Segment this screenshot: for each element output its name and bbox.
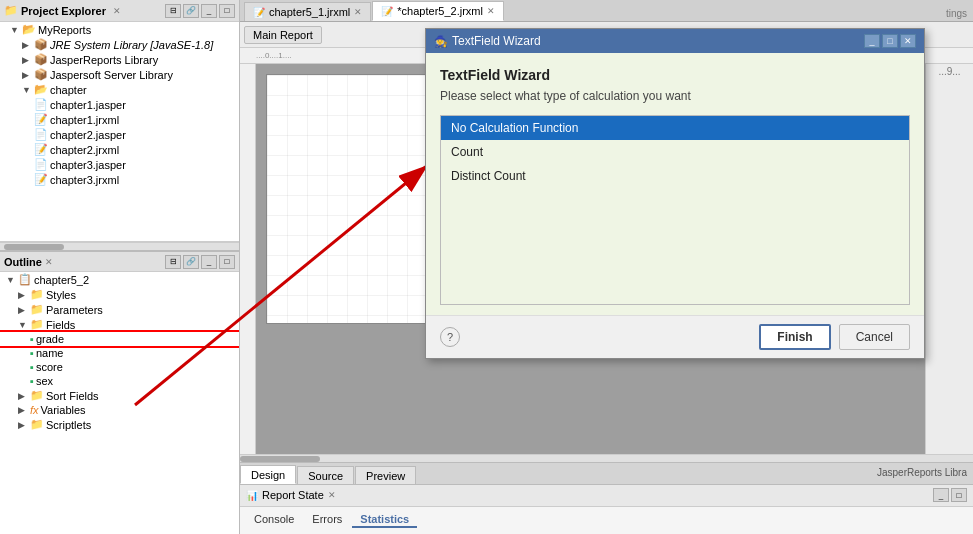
outline-header: Outline ✕ ⊟ 🔗 _ □ bbox=[0, 250, 239, 272]
console-tab-btn[interactable]: Console bbox=[246, 512, 302, 528]
bottom-bar-minimize-button[interactable]: _ bbox=[933, 488, 949, 502]
outline-tree: ▼ 📋 chapter5_2 ▶ 📁 Styles ▶ 📁 Parameters bbox=[0, 272, 239, 534]
tab-label: *chapter5_2.jrxml bbox=[397, 5, 483, 17]
tab-source[interactable]: Source bbox=[297, 466, 354, 484]
tab-design[interactable]: Design bbox=[240, 465, 296, 484]
outline-item-label: sex bbox=[36, 375, 53, 387]
tree-item-chapter2jrxml[interactable]: 📝 chapter2.jrxml bbox=[0, 142, 239, 157]
report-icon: 📋 bbox=[18, 273, 32, 286]
tree-item-label: chapter3.jasper bbox=[50, 159, 126, 171]
outline-item-label: Scriptlets bbox=[46, 419, 91, 431]
folder-icon: 📁 bbox=[30, 303, 44, 316]
tree-item-jre[interactable]: ▶ 📦 JRE System Library [JavaSE-1.8] bbox=[0, 37, 239, 52]
expand-icon: ▶ bbox=[18, 405, 30, 415]
lib-icon: 📦 bbox=[34, 53, 48, 66]
outline-item-score[interactable]: ▪ score bbox=[0, 360, 239, 374]
outline-item-label: grade bbox=[36, 333, 64, 345]
folder-icon: 📂 bbox=[34, 83, 48, 96]
collapse-all-button[interactable]: ⊟ bbox=[165, 4, 181, 18]
tree-item-chapter1jrxml[interactable]: 📝 chapter1.jrxml bbox=[0, 112, 239, 127]
ruler-marks: ....0....1.... bbox=[256, 51, 292, 60]
tree-item-chapter2j[interactable]: 📄 chapter2.jasper bbox=[0, 127, 239, 142]
outline-item-sex[interactable]: ▪ sex bbox=[0, 374, 239, 388]
tree-item-myreports[interactable]: ▼ 📂 MyReports bbox=[0, 22, 239, 37]
expand-icon: ▼ bbox=[10, 25, 22, 35]
expand-icon: ▶ bbox=[18, 290, 30, 300]
list-item-distinct-count[interactable]: Distinct Count bbox=[441, 164, 909, 188]
tab-close-icon[interactable]: ✕ bbox=[487, 6, 495, 16]
wizard-icon: 🧙 bbox=[434, 35, 448, 48]
outline-link-button[interactable]: 🔗 bbox=[183, 255, 199, 269]
modal-list[interactable]: No Calculation Function Count Distinct C… bbox=[440, 115, 910, 305]
tree-item-chapter3j[interactable]: 📄 chapter3.jasper bbox=[0, 157, 239, 172]
bottom-bar-maximize-button[interactable]: □ bbox=[951, 488, 967, 502]
statistics-tab-btn[interactable]: Statistics bbox=[352, 512, 417, 528]
link-button[interactable]: 🔗 bbox=[183, 4, 199, 18]
tree-item-label: JRE System Library [JavaSE-1.8] bbox=[50, 39, 213, 51]
folder-icon: 📁 bbox=[30, 418, 44, 431]
outline-item-styles[interactable]: ▶ 📁 Styles bbox=[0, 287, 239, 302]
tree-item-chapter[interactable]: ▼ 📂 chapter bbox=[0, 82, 239, 97]
outline-item-scriptlets[interactable]: ▶ 📁 Scriptlets bbox=[0, 417, 239, 432]
lib-icon: 📦 bbox=[34, 68, 48, 81]
expand-icon: ▼ bbox=[18, 320, 30, 330]
tab-chapter5-2[interactable]: 📝 *chapter5_2.jrxml ✕ bbox=[372, 1, 504, 21]
outline-minimize-button[interactable]: _ bbox=[201, 255, 217, 269]
modal-title: TextField Wizard bbox=[452, 34, 541, 48]
list-item-count[interactable]: Count bbox=[441, 140, 909, 164]
folder-icon: 📂 bbox=[22, 23, 36, 36]
modal-footer-right: Finish Cancel bbox=[759, 324, 910, 350]
modal-close-btn[interactable]: ✕ bbox=[900, 34, 916, 48]
outline-collapse-button[interactable]: ⊟ bbox=[165, 255, 181, 269]
tab-chapter5-1[interactable]: 📝 chapter5_1.jrxml ✕ bbox=[244, 2, 371, 21]
app-root: 📁 Project Explorer ✕ ⊟ 🔗 _ □ ▼ 📂 MyRepor… bbox=[0, 0, 973, 534]
horizontal-scrollbar[interactable] bbox=[240, 454, 973, 462]
tree-scrollbar[interactable] bbox=[0, 242, 239, 250]
outline-item-parameters[interactable]: ▶ 📁 Parameters bbox=[0, 302, 239, 317]
tree-item-label: chapter1.jasper bbox=[50, 99, 126, 111]
outline-maximize-button[interactable]: □ bbox=[219, 255, 235, 269]
minimize-panel-button[interactable]: _ bbox=[201, 4, 217, 18]
help-button[interactable]: ? bbox=[440, 327, 460, 347]
outline-item-fields[interactable]: ▼ 📁 Fields bbox=[0, 317, 239, 332]
lib-icon: 📦 bbox=[34, 38, 48, 51]
main-report-button[interactable]: Main Report bbox=[244, 26, 322, 44]
outline-item-label: chapter5_2 bbox=[34, 274, 89, 286]
expand-icon: ▶ bbox=[22, 55, 34, 65]
report-icon: 📄 bbox=[34, 98, 48, 111]
tree-item-label: JasperReports Library bbox=[50, 54, 158, 66]
outline-item-chapter5-2[interactable]: ▼ 📋 chapter5_2 bbox=[0, 272, 239, 287]
tree-item-jaspersoft[interactable]: ▶ 📦 Jaspersoft Server Library bbox=[0, 67, 239, 82]
modal-subtitle: Please select what type of calculation y… bbox=[440, 89, 910, 103]
list-item-no-calc[interactable]: No Calculation Function bbox=[441, 116, 909, 140]
tree-item-chapter3jrxml[interactable]: 📝 chapter3.jrxml bbox=[0, 172, 239, 187]
settings-hint: tings bbox=[940, 6, 973, 21]
tree-item-chapter1j[interactable]: 📄 chapter1.jasper bbox=[0, 97, 239, 112]
folder-icon: 📁 bbox=[30, 288, 44, 301]
tree-item-label: MyReports bbox=[38, 24, 91, 36]
tree-item-label: chapter2.jrxml bbox=[50, 144, 119, 156]
cancel-button[interactable]: Cancel bbox=[839, 324, 910, 350]
report-icon-small: 📊 bbox=[246, 490, 258, 501]
tab-close-icon[interactable]: ✕ bbox=[354, 7, 362, 17]
project-explorer-close-icon[interactable]: ✕ bbox=[113, 6, 121, 16]
modal-titlebar: 🧙 TextField Wizard _ □ ✕ bbox=[426, 29, 924, 53]
maximize-panel-button[interactable]: □ bbox=[219, 4, 235, 18]
jrxml-icon: 📝 bbox=[34, 143, 48, 156]
modal-minimize-btn[interactable]: _ bbox=[864, 34, 880, 48]
tree-item-jasperreports[interactable]: ▶ 📦 JasperReports Library bbox=[0, 52, 239, 67]
modal-content: TextField Wizard Please select what type… bbox=[426, 53, 924, 315]
outline-item-label: Styles bbox=[46, 289, 76, 301]
outline-item-sortfields[interactable]: ▶ 📁 Sort Fields bbox=[0, 388, 239, 403]
errors-tab-btn[interactable]: Errors bbox=[304, 512, 350, 528]
outline-item-name[interactable]: ▪ name bbox=[0, 346, 239, 360]
outline-close-icon[interactable]: ✕ bbox=[45, 257, 53, 267]
finish-button[interactable]: Finish bbox=[759, 324, 830, 350]
outline-item-variables[interactable]: ▶ fx Variables bbox=[0, 403, 239, 417]
tab-preview[interactable]: Preview bbox=[355, 466, 416, 484]
outline-item-label: Fields bbox=[46, 319, 75, 331]
outline-item-grade[interactable]: ▪ grade bbox=[0, 332, 239, 346]
report-state-close-icon[interactable]: ✕ bbox=[328, 490, 336, 500]
textfield-wizard-dialog: 🧙 TextField Wizard _ □ ✕ TextField Wizar… bbox=[425, 28, 925, 359]
modal-maximize-btn[interactable]: □ bbox=[882, 34, 898, 48]
